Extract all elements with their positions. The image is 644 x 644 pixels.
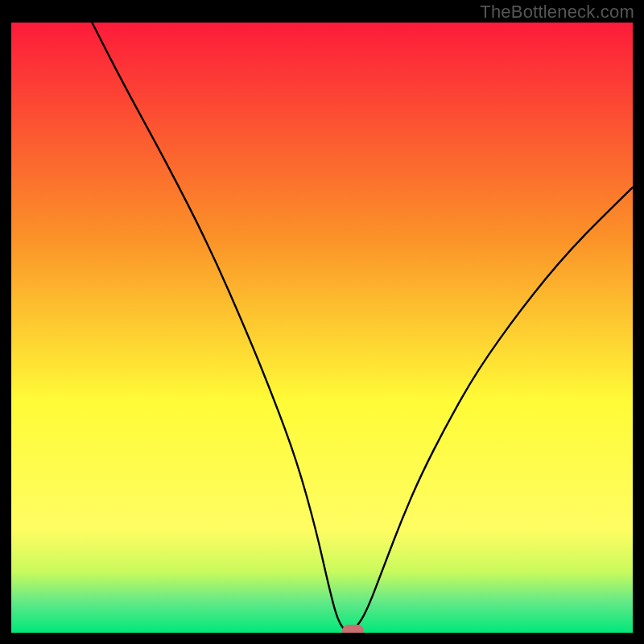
plot-svg [11,23,633,633]
plot-area [11,23,633,633]
chart-stage: TheBottleneck.com [0,0,644,644]
gradient-rect [11,23,633,633]
optimum-marker [342,625,364,633]
watermark-text: TheBottleneck.com [480,2,634,23]
